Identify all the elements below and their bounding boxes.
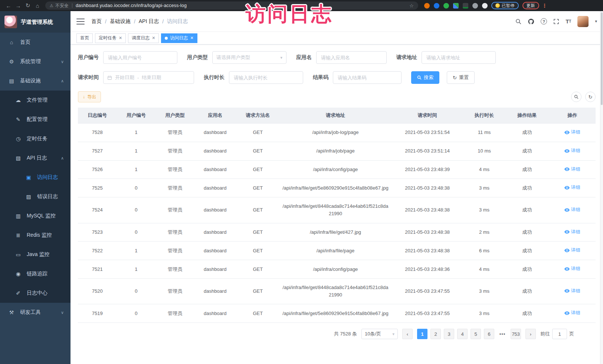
breadcrumb-item[interactable]: API 日志 xyxy=(139,18,159,25)
sidebar-item-api-log[interactable]: ▧API 日志∧ xyxy=(0,148,71,168)
extension-icon[interactable] xyxy=(424,3,430,9)
page-button-753[interactable]: 753 xyxy=(511,329,521,339)
toggle-search-icon[interactable] xyxy=(571,92,581,102)
home-icon[interactable]: ⌂ xyxy=(33,3,42,9)
sidebar-item-devtools[interactable]: ⚒研发工具∨ xyxy=(0,303,71,322)
cell-duration: 6 ms xyxy=(463,242,505,260)
breadcrumb-item[interactable]: 首页 xyxy=(91,18,102,25)
next-page-button[interactable]: › xyxy=(525,329,536,339)
user-type-select[interactable]: 请选择用户类型 ▾ xyxy=(212,51,286,64)
cell-actions: 详细 xyxy=(549,304,596,323)
sidebar-item-trace[interactable]: ◉链路追踪 xyxy=(0,264,71,283)
reset-button[interactable]: ↻ 重置 xyxy=(447,71,475,84)
detail-link[interactable]: 详细 xyxy=(564,229,580,236)
column-header: 操作 xyxy=(549,108,596,124)
sidebar-item-infra[interactable]: ▤基础设施∧ xyxy=(0,71,71,91)
close-icon[interactable]: ✕ xyxy=(119,36,122,40)
duration-input[interactable] xyxy=(229,71,303,84)
extension-icon[interactable] xyxy=(463,3,468,9)
detail-link[interactable]: 详细 xyxy=(564,206,580,213)
detail-link[interactable]: 详细 xyxy=(564,166,580,173)
detail-link[interactable]: 详细 xyxy=(564,184,580,191)
result-code-input[interactable] xyxy=(333,71,402,84)
table-row: 75200管理员dashboardGET/api/infra/file/get/… xyxy=(78,279,596,304)
request-time-range[interactable]: 开始日期 - 结束日期 xyxy=(103,71,194,84)
sidebar-item-redis-monitor[interactable]: ≣Redis 监控 xyxy=(0,226,71,245)
page-button-1[interactable]: 1 xyxy=(417,329,427,339)
address-bar[interactable]: ⚠ 不安全 dashboard.yudao.iocoder.cn/infra/l… xyxy=(45,1,418,10)
refresh-table-icon[interactable]: ↻ xyxy=(585,92,596,102)
cell-actions: 详细 xyxy=(549,279,596,304)
sidebar-item-job[interactable]: ◷定时任务 xyxy=(0,129,71,148)
sidebar-item-file-manage[interactable]: ☁文件管理 xyxy=(0,91,71,110)
page-button-6[interactable]: 6 xyxy=(484,329,494,339)
tag-job[interactable]: 定时任务✕ xyxy=(95,33,126,43)
detail-link[interactable]: 详细 xyxy=(564,129,580,136)
tag-home[interactable]: 首页 xyxy=(76,33,93,43)
page-button-4[interactable]: 4 xyxy=(457,329,468,339)
font-size-icon[interactable]: TT xyxy=(566,18,571,24)
sidebar-item-java-monitor[interactable]: ▭Java 监控 xyxy=(0,245,71,264)
close-icon[interactable]: ✕ xyxy=(190,36,193,40)
detail-link[interactable]: 详细 xyxy=(564,147,580,154)
page-button-3[interactable]: 3 xyxy=(444,329,454,339)
fullscreen-icon[interactable] xyxy=(553,19,559,24)
close-icon[interactable]: ✕ xyxy=(152,36,155,40)
request-url-input[interactable] xyxy=(422,51,496,64)
emoji-icon xyxy=(495,3,500,8)
detail-link[interactable]: 详细 xyxy=(564,265,580,272)
page-button-2[interactable]: 2 xyxy=(430,329,441,339)
extension-icon[interactable] xyxy=(482,3,488,9)
cell-time: 2021-05-03 23:48:39 xyxy=(391,160,463,179)
sidebar-item-mysql-monitor[interactable]: ▥MySQL 监控 xyxy=(0,206,71,226)
paused-badge[interactable]: 已暂停 xyxy=(491,2,519,9)
cell-app: dashboard xyxy=(194,260,236,279)
more-pages-icon[interactable]: ••• xyxy=(497,329,508,339)
system-icon: ⚙ xyxy=(8,59,15,65)
user-id-input[interactable] xyxy=(103,51,177,64)
scrollbar-thumb[interactable] xyxy=(601,12,603,105)
detail-link[interactable]: 详细 xyxy=(564,247,580,254)
page-button-5[interactable]: 5 xyxy=(471,329,481,339)
back-icon[interactable]: ← xyxy=(4,3,13,9)
search-button[interactable]: 搜索 xyxy=(411,71,439,84)
app-name-input[interactable] xyxy=(316,51,387,64)
logo-bar: 芋道管理系统 xyxy=(0,11,71,33)
tag-access-log[interactable]: 访问日志✕ xyxy=(161,33,197,43)
cell-method: GET xyxy=(236,179,280,197)
access-log-table: 日志编号用户编号用户类型应用名请求方法名请求地址请求时间执行时长操作结果操作 7… xyxy=(78,108,596,323)
sidebar-item-log-center[interactable]: ✐日志中心 xyxy=(0,283,71,303)
user-avatar[interactable] xyxy=(577,16,589,27)
goto-page-input[interactable] xyxy=(552,329,567,339)
sidebar-item-config-manage[interactable]: ✎配置管理 xyxy=(0,110,71,129)
export-button[interactable]: ↓ 导出 xyxy=(78,91,101,102)
extension-icon[interactable] xyxy=(472,3,478,9)
hamburger-icon[interactable] xyxy=(76,19,85,24)
sidebar-item-access-log[interactable]: ▣访问日志 xyxy=(0,168,71,187)
sidebar-item-error-log[interactable]: ▨错误日志 xyxy=(0,187,71,206)
bookmark-star-icon[interactable]: ☆ xyxy=(409,3,414,9)
detail-link[interactable]: 详细 xyxy=(564,288,580,295)
cell-url: /api/infra/job/page xyxy=(280,142,391,160)
github-icon[interactable] xyxy=(528,18,534,25)
help-icon[interactable]: ? xyxy=(541,18,547,24)
reload-icon[interactable]: ↻ xyxy=(23,2,33,9)
extension-icon[interactable] xyxy=(434,3,439,9)
sidebar-item-system[interactable]: ⚙系统管理∨ xyxy=(0,52,71,71)
cell-user_id: 0 xyxy=(117,304,156,323)
request-time-label: 请求时间 xyxy=(78,74,99,81)
forward-icon[interactable]: → xyxy=(13,3,23,9)
search-icon[interactable] xyxy=(515,19,521,24)
update-button[interactable]: 更新 xyxy=(522,2,539,9)
prev-page-button[interactable]: ‹ xyxy=(402,329,413,339)
page-size-select[interactable]: 10条/页 ▾ xyxy=(361,329,398,339)
tag-job-log[interactable]: 调度日志✕ xyxy=(128,33,159,43)
window-scrollbar[interactable] xyxy=(600,11,603,364)
sidebar-item-home[interactable]: ⌂首页 xyxy=(0,33,71,52)
breadcrumb-item[interactable]: 基础设施 xyxy=(110,18,131,25)
extension-icon[interactable] xyxy=(453,3,459,9)
browser-menu-icon[interactable]: ⋮ xyxy=(542,3,547,9)
extension-icon[interactable] xyxy=(443,3,449,9)
chevron-down-icon[interactable]: ▾ xyxy=(595,19,597,24)
detail-link[interactable]: 详细 xyxy=(564,309,580,317)
